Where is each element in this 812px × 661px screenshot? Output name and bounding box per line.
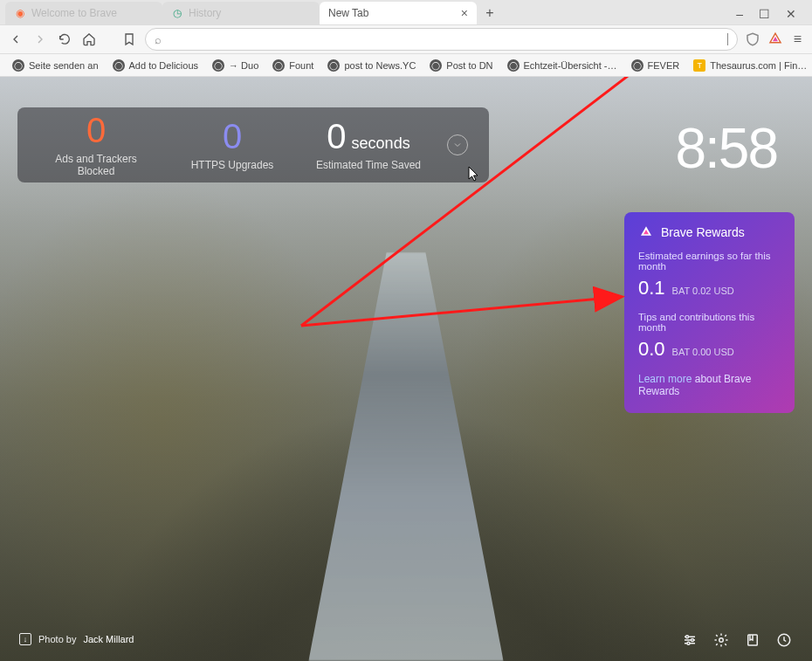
earnings-label: Estimated earnings so far this month [638, 251, 781, 272]
bookmark-item[interactable]: ◯Add to Delicious [107, 58, 204, 73]
new-tab-button[interactable]: + [480, 3, 499, 23]
close-window-button[interactable]: ✕ [786, 7, 796, 21]
globe-icon: ◯ [113, 59, 125, 72]
globe-icon: ◯ [327, 59, 340, 72]
tab-label: New Tab [328, 7, 368, 19]
globe-icon: ◯ [272, 59, 285, 72]
tab-label: History [189, 7, 221, 19]
tips-label: Tips and contributions this month [638, 312, 781, 333]
clock: 8:58 [675, 116, 777, 181]
bookmark-item[interactable]: TThesaurus.com | Fin… [688, 58, 812, 73]
bottom-icons [681, 631, 793, 649]
bookmark-item[interactable]: ◯Post to DN [424, 58, 498, 73]
home-button[interactable] [80, 31, 98, 48]
tab-new-tab[interactable]: New Tab × [320, 2, 477, 24]
bookmarks-bar: ◯Seite senden an ◯Add to Delicious ◯→ Du… [0, 54, 812, 77]
settings-icon[interactable] [712, 631, 730, 649]
stat-time: 0seconds Estimated Time Saved [311, 119, 426, 171]
bookmark-item[interactable]: ◯Seite senden an [7, 58, 104, 73]
learn-more-link[interactable]: Learn more [638, 373, 692, 385]
tab-strip: ◉ Welcome to Brave ◷ History New Tab × +… [0, 0, 812, 24]
url-bar[interactable]: ⌕ [145, 28, 738, 51]
bookmark-item[interactable]: ◯post to News.YC [322, 58, 421, 73]
url-input[interactable] [167, 33, 722, 46]
stat-blocked: 0 Ads and Trackers Blocked [38, 113, 154, 177]
globe-icon: ◯ [430, 59, 442, 72]
stats-expand-button[interactable] [447, 134, 468, 155]
globe-icon: ◯ [631, 59, 643, 72]
shields-icon[interactable] [745, 31, 760, 47]
earnings-sub: BAT 0.02 USD [672, 286, 734, 296]
bookmark-item[interactable]: ◯Echtzeit-Übersicht -… [502, 58, 623, 73]
tips-sub: BAT 0.00 USD [672, 347, 734, 357]
history-icon[interactable] [775, 631, 793, 649]
photo-author-link[interactable]: Jack Millard [83, 634, 134, 644]
globe-icon: ◯ [12, 59, 24, 72]
globe-icon: ◯ [507, 59, 520, 72]
photo-credit-prefix: Photo by [38, 634, 76, 644]
reload-button[interactable] [56, 31, 73, 48]
tab-history[interactable]: ◷ History [162, 2, 320, 24]
svg-point-3 [719, 638, 724, 643]
window-controls: – ☐ ✕ [736, 7, 807, 24]
tips-value: 0.0 [638, 338, 665, 361]
close-tab-icon[interactable]: × [461, 6, 468, 20]
stats-card: 0 Ads and Trackers Blocked 0 HTTPS Upgra… [17, 107, 489, 182]
bookmark-button[interactable] [120, 31, 138, 48]
svg-point-1 [692, 639, 694, 642]
search-icon: ⌕ [155, 33, 162, 46]
globe-icon: ◯ [212, 59, 224, 72]
back-button[interactable] [7, 31, 24, 48]
brave-rewards-icon[interactable] [767, 31, 783, 47]
bookmark-item[interactable]: ◯→ Duo [207, 58, 264, 73]
browser-window: ◉ Welcome to Brave ◷ History New Tab × +… [0, 0, 812, 661]
tab-label: Welcome to Brave [31, 7, 117, 19]
customize-icon[interactable] [681, 631, 698, 649]
brave-rewards-card: Brave Rewards Estimated earnings so far … [624, 212, 795, 413]
svg-point-0 [686, 636, 689, 638]
photo-credit: ↓ Photo by Jack Millard [19, 633, 134, 645]
new-tab-page: 0 Ads and Trackers Blocked 0 HTTPS Upgra… [0, 77, 812, 661]
rewards-title: Brave Rewards [661, 225, 745, 239]
stat-https: 0 HTTPS Upgrades [175, 119, 290, 171]
earnings-value: 0.1 [638, 277, 665, 300]
bookmark-item[interactable]: ◯FEVER [626, 58, 685, 73]
menu-button[interactable]: ≡ [790, 31, 805, 47]
download-photo-icon[interactable]: ↓ [19, 633, 31, 645]
minimize-button[interactable]: – [736, 7, 743, 21]
toolbar: ⌕ ≡ [0, 24, 812, 54]
brave-favicon-icon: ◉ [14, 7, 26, 19]
bookmarks-icon[interactable] [744, 631, 761, 649]
forward-button[interactable] [31, 31, 49, 48]
tab-welcome[interactable]: ◉ Welcome to Brave [5, 2, 162, 24]
brave-rewards-logo-icon [638, 224, 654, 240]
history-favicon-icon: ◷ [171, 7, 183, 19]
svg-point-2 [687, 642, 690, 644]
bookmark-item[interactable]: ◯Fount [267, 58, 319, 73]
maximize-button[interactable]: ☐ [759, 7, 770, 21]
thesaurus-icon: T [693, 59, 705, 72]
